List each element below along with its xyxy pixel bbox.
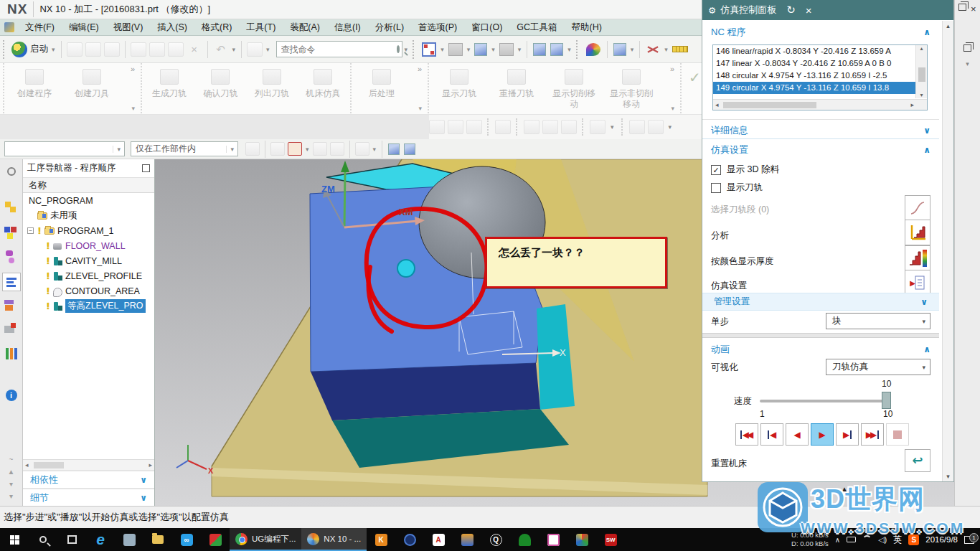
toolbar-handle[interactable] xyxy=(3,40,7,59)
media-player-icon[interactable] xyxy=(201,528,230,551)
group-dropdown-icon[interactable]: ▾ xyxy=(418,105,422,112)
component-group-icon[interactable] xyxy=(648,120,664,134)
unpin-icon[interactable]: ▾ xyxy=(9,492,13,500)
shaded-view-icon[interactable] xyxy=(388,143,400,155)
menu-file[interactable]: 文件(F) xyxy=(19,20,61,35)
menu-gc-toolbox[interactable]: GC工具箱 xyxy=(510,20,563,35)
dropdown-icon[interactable]: ▾ xyxy=(664,46,668,53)
check-icon[interactable]: ✓ xyxy=(689,69,701,86)
selection-type-combo[interactable]: ▾ xyxy=(4,141,125,156)
dependencies-panel-header[interactable]: 相依性∨ xyxy=(23,470,154,488)
solidworks-icon[interactable]: SW xyxy=(596,528,625,551)
details-section-header[interactable]: 详细信息 ∨ xyxy=(702,122,939,139)
magnet-icon[interactable] xyxy=(330,142,344,156)
dropdown-icon[interactable]: ▾ xyxy=(467,46,471,53)
play-button[interactable]: ▶ xyxy=(811,423,834,446)
visualization-dropdown[interactable]: 刀轨仿真 ▾ xyxy=(826,359,930,375)
menu-edit[interactable]: 编辑(E) xyxy=(62,20,105,35)
nc-line[interactable]: 148 circular X 4.9754 Y -13.116 Z 10.659… xyxy=(713,70,915,82)
dropdown-icon[interactable]: ▾ xyxy=(491,46,495,53)
scroll-left-icon[interactable]: ◂ xyxy=(713,101,721,108)
clock-date[interactable]: 2016/9/8 xyxy=(925,535,958,544)
menu-insert[interactable]: 插入(S) xyxy=(151,20,194,35)
snap-point-icon[interactable] xyxy=(646,43,660,56)
verify-toolpath-button[interactable]: 确认刀轨 xyxy=(201,69,241,99)
speed-slider-track[interactable] xyxy=(760,400,886,402)
thickness-by-color-button[interactable] xyxy=(905,245,930,271)
layers-icon[interactable] xyxy=(448,120,463,134)
overflow-icon[interactable]: » xyxy=(670,65,674,73)
collapse-panel-icon[interactable]: ▲ xyxy=(841,485,848,493)
dropdown-icon[interactable]: ▾ xyxy=(611,123,614,131)
nc-vscrollbar[interactable]: ▴ ▾ xyxy=(915,45,927,98)
overflow-icon[interactable]: » xyxy=(418,65,422,73)
navigator-hscrollbar[interactable]: ◂ ▸ xyxy=(23,459,154,470)
nc-line[interactable]: 146 linear/rapid X -0.8034 Y -20.416 Z 1… xyxy=(713,45,915,57)
machine-tool-view-icon[interactable] xyxy=(2,297,21,316)
start-dropdown-icon[interactable]: ▾ xyxy=(52,46,55,53)
menu-preferences[interactable]: 首选项(P) xyxy=(412,20,463,35)
create-tool-button[interactable]: 创建刀具 xyxy=(69,69,115,99)
undo-icon[interactable]: ↶ xyxy=(212,43,230,56)
kuwo-music-icon[interactable]: K xyxy=(367,528,395,551)
sim-settings-section-header[interactable]: 仿真设置 ∧ xyxy=(702,142,939,158)
tree-row-cavity-mill[interactable]: !CAVITY_MILL xyxy=(23,253,154,268)
overflow-icon[interactable]: » xyxy=(131,65,135,73)
machine-simulation-button[interactable]: 机床仿真 xyxy=(303,69,344,99)
dropdown-icon[interactable]: ▾ xyxy=(440,46,444,53)
scroll-down-icon[interactable]: ▾ xyxy=(916,92,927,98)
pin-down-icon[interactable]: ▾ xyxy=(9,480,13,488)
assembly-navigator-icon[interactable] xyxy=(2,199,21,218)
show-cut-moves-button[interactable]: 显示切削移动 xyxy=(551,69,597,110)
layer-settings-icon[interactable] xyxy=(466,120,482,134)
power-icon[interactable] xyxy=(847,537,856,542)
move-layer-icon[interactable] xyxy=(550,43,563,56)
open-file-icon[interactable] xyxy=(85,42,101,57)
nc-line[interactable]: 147 linear X -0.8034 Y -20.416 Z 10.659 … xyxy=(713,57,915,70)
go-to-start-button[interactable]: ◀◀ xyxy=(735,423,758,446)
start-icon[interactable] xyxy=(11,42,27,57)
fit-view-icon[interactable] xyxy=(422,42,436,57)
details-panel-header[interactable]: 细节∨ xyxy=(23,488,154,506)
scroll-down-icon[interactable]: ▾ xyxy=(943,473,953,480)
close-icon[interactable]: × xyxy=(806,4,812,17)
group-dropdown-icon[interactable]: ▾ xyxy=(131,105,135,112)
dropdown-icon[interactable]: ▾ xyxy=(373,146,377,153)
taskbar-search-icon[interactable] xyxy=(29,528,57,551)
copy-icon[interactable] xyxy=(149,42,165,57)
close-window-icon[interactable]: × xyxy=(971,4,976,14)
render-style-icon[interactable] xyxy=(499,43,514,56)
tree-row-unused[interactable]: 未用项 xyxy=(23,208,154,223)
show-toolpath-button[interactable]: 显示刀轨 xyxy=(436,69,482,99)
palette-icon[interactable] xyxy=(586,43,600,56)
wireframe-view-icon[interactable] xyxy=(404,143,415,155)
single-step-dropdown[interactable]: 块 ▾ xyxy=(826,313,930,329)
tag-icon[interactable] xyxy=(495,120,511,134)
start-button[interactable]: 启动 xyxy=(30,43,48,55)
scroll-left-icon[interactable]: ◂ xyxy=(23,461,31,468)
tree-row-contour-area[interactable]: !CONTOUR_AREA xyxy=(23,283,154,298)
scroll-up-ic on[interactable]: ▴ xyxy=(943,22,953,29)
postprocess-button[interactable]: 后处理 xyxy=(359,69,405,99)
dropdown-icon[interactable]: ▾ xyxy=(306,146,309,153)
go-to-end-button[interactable]: ▶▶ xyxy=(861,423,884,446)
assembly-check-icon[interactable] xyxy=(561,120,577,134)
object-display-icon[interactable] xyxy=(613,43,626,56)
dropdown-icon[interactable]: ▾ xyxy=(631,46,634,53)
history-icon[interactable]: ~ xyxy=(9,456,14,463)
dropdown-icon[interactable]: ▾ xyxy=(518,46,522,53)
scrollbar-thumb[interactable] xyxy=(918,67,925,82)
system-tool-icon[interactable] xyxy=(567,528,596,551)
name-column-header[interactable]: 名称 xyxy=(23,177,154,193)
cut-icon[interactable] xyxy=(131,42,146,57)
command-icon[interactable] xyxy=(247,42,263,57)
menu-help[interactable]: 帮助(H) xyxy=(565,20,608,35)
undo-dropdown-icon[interactable]: ▾ xyxy=(232,46,236,53)
undock-icon[interactable] xyxy=(142,164,150,172)
speed-slider-handle[interactable] xyxy=(882,392,891,409)
selection-box-icon[interactable] xyxy=(429,120,445,134)
show-noncut-moves-button[interactable]: 显示非切削移动 xyxy=(608,69,654,110)
compass-app-icon[interactable] xyxy=(395,528,424,551)
toolbar-handle[interactable] xyxy=(413,40,417,59)
locked-component-icon[interactable] xyxy=(629,120,645,134)
